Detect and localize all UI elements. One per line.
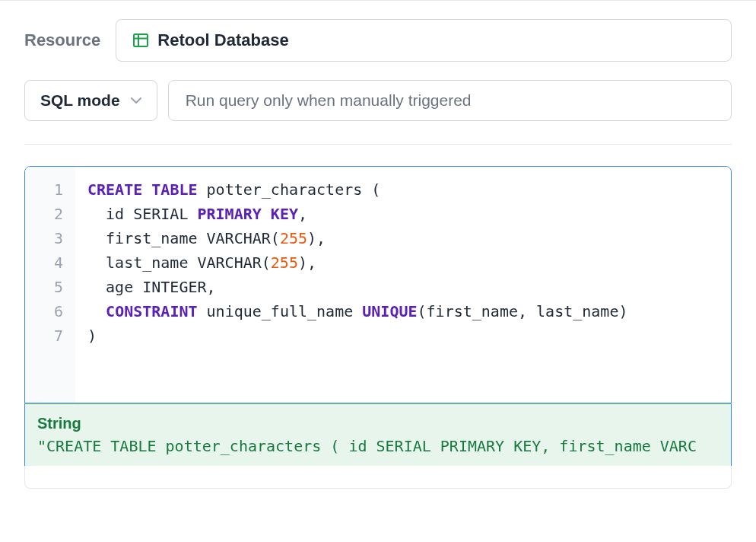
line-number-gutter: 1 2 3 4 5 6 7: [25, 167, 75, 403]
code-line-4: last_name VARCHAR(255),: [87, 253, 316, 272]
code-line-5: age INTEGER,: [87, 278, 216, 296]
controls-row: SQL mode Run query only when manually tr…: [24, 80, 732, 145]
code-line-7: ): [87, 327, 97, 345]
resource-label: Resource: [24, 30, 100, 50]
sql-code-editor[interactable]: 1 2 3 4 5 6 7 CREATE TABLE potter_charac…: [25, 167, 731, 403]
line-number: 6: [25, 299, 63, 324]
sql-mode-dropdown[interactable]: SQL mode: [24, 80, 157, 121]
line-number: 4: [25, 250, 63, 275]
code-content[interactable]: CREATE TABLE potter_characters ( id SERI…: [75, 167, 731, 403]
result-type-label: String: [37, 415, 719, 432]
table-icon: [133, 33, 148, 48]
code-line-1: CREATE TABLE potter_characters (: [87, 180, 380, 199]
svg-rect-0: [134, 34, 148, 46]
result-value: "CREATE TABLE potter_characters ( id SER…: [37, 437, 719, 455]
line-number: 2: [25, 202, 63, 226]
code-line-3: first_name VARCHAR(255),: [87, 229, 326, 247]
chevron-down-icon: [131, 95, 141, 106]
mode-dropdown-text: SQL mode: [40, 91, 120, 110]
line-number: 1: [25, 177, 63, 202]
trigger-select-text: Run query only when manually triggered: [186, 91, 472, 110]
line-number: 5: [25, 275, 63, 299]
result-panel: String "CREATE TABLE potter_characters (…: [24, 403, 732, 466]
query-editor-panel: Resource Retool Database SQL mode Run qu: [0, 0, 756, 489]
code-line-6: CONSTRAINT unique_full_name UNIQUE(first…: [87, 302, 627, 320]
resource-select[interactable]: Retool Database: [116, 19, 732, 62]
panel-bottom: [24, 466, 732, 489]
line-number: 3: [25, 226, 63, 250]
trigger-select[interactable]: Run query only when manually triggered: [168, 80, 732, 121]
resource-select-text: Retool Database: [157, 30, 288, 50]
code-editor-wrapper: 1 2 3 4 5 6 7 CREATE TABLE potter_charac…: [24, 166, 732, 403]
resource-row: Resource Retool Database: [24, 1, 732, 80]
line-number: 7: [25, 324, 63, 348]
code-line-2: id SERIAL PRIMARY KEY,: [87, 205, 307, 223]
